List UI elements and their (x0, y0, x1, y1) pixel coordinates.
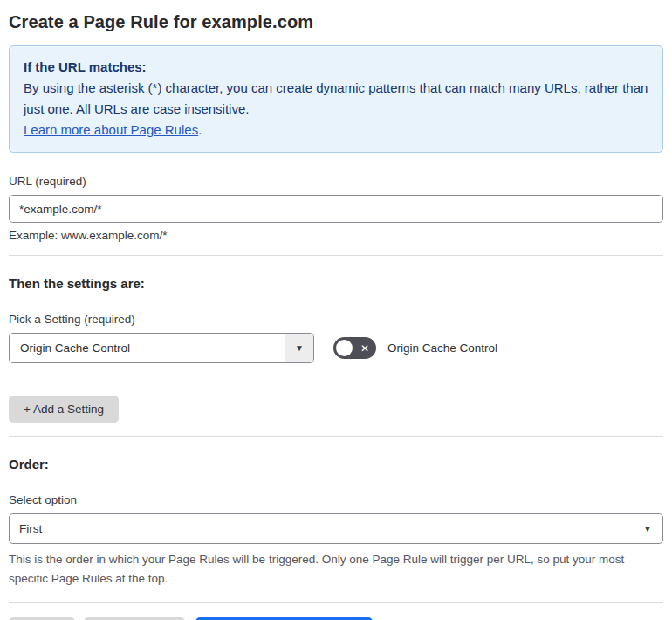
order-select-label: Select option (9, 493, 663, 506)
setting-picker-label: Pick a Setting (required) (9, 313, 663, 326)
url-example-helper: Example: www.example.com/* (9, 229, 663, 242)
order-section-heading: Order: (9, 457, 663, 472)
page-rule-form: Create a Page Rule for example.com If th… (0, 0, 672, 620)
chevron-down-icon: ▼ (643, 525, 662, 534)
toggle-setting-label: Origin Cache Control (387, 341, 497, 355)
order-helper-text: This is the order in which your Page Rul… (9, 550, 655, 589)
setting-select-value: Origin Cache Control (10, 341, 285, 355)
url-match-info-box: If the URL matches: By using the asteris… (9, 45, 663, 153)
setting-select-arrow-button[interactable]: ▼ (285, 334, 313, 362)
info-box-body: By using the asterisk (*) character, you… (24, 78, 648, 120)
settings-section-heading: Then the settings are: (9, 276, 663, 291)
info-box-heading: If the URL matches: (24, 57, 648, 78)
order-select-value: First (10, 522, 643, 535)
url-field-label: URL (required) (9, 175, 663, 188)
divider (9, 255, 663, 256)
link-period: . (198, 122, 202, 137)
info-box-link-line: Learn more about Page Rules. (24, 120, 648, 141)
page-title: Create a Page Rule for example.com (9, 12, 663, 32)
add-setting-button[interactable]: + Add a Setting (9, 396, 119, 423)
origin-cache-control-toggle[interactable]: ✕ (333, 337, 376, 359)
url-input[interactable] (9, 195, 663, 223)
setting-select[interactable]: Origin Cache Control ▼ (9, 333, 314, 363)
divider (9, 602, 663, 603)
chevron-down-icon: ▼ (295, 344, 304, 353)
toggle-knob (336, 340, 353, 356)
setting-picker-row: Origin Cache Control ▼ ✕ Origin Cache Co… (9, 333, 663, 363)
divider (9, 436, 663, 437)
toggle-off-x-icon: ✕ (360, 343, 369, 354)
learn-more-link[interactable]: Learn more about Page Rules (24, 122, 198, 137)
order-select[interactable]: First ▼ (9, 513, 663, 544)
